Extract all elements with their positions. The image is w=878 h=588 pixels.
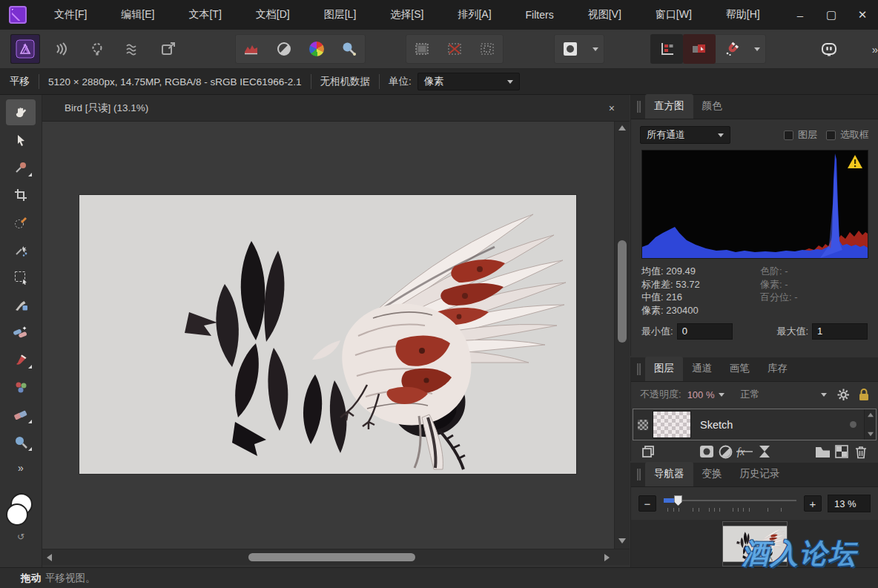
adjustment-layer-button[interactable] <box>716 443 736 460</box>
panel-grip[interactable] <box>637 469 641 480</box>
menu-view[interactable]: 视图[V] <box>571 0 638 30</box>
zoom-slider[interactable] <box>664 495 796 512</box>
document-tab[interactable]: Bird [只读] (13.1%) × <box>42 95 630 121</box>
deselect-button[interactable] <box>438 34 471 64</box>
tab-channels[interactable]: 通道 <box>683 357 721 381</box>
layer-list-scrollbar[interactable] <box>864 409 876 440</box>
menu-document[interactable]: 文档[D] <box>239 0 307 30</box>
menu-layer[interactable]: 图层[L] <box>307 0 374 30</box>
marquee-tool[interactable] <box>6 264 36 290</box>
tab-histogram[interactable]: 直方图 <box>645 94 693 119</box>
move-tool[interactable] <box>6 127 36 153</box>
duplicate-layer-button[interactable] <box>638 443 658 460</box>
flood-select-tool[interactable] <box>6 237 36 262</box>
minimize-button[interactable]: – <box>785 0 816 30</box>
develop-persona-button[interactable] <box>82 34 112 64</box>
scroll-down-arrow[interactable] <box>618 538 626 544</box>
select-all-button[interactable] <box>406 34 438 64</box>
slider-thumb[interactable] <box>674 495 682 506</box>
zoom-in-button[interactable]: + <box>804 495 822 512</box>
zoom-out-button[interactable]: − <box>638 495 656 512</box>
blend-mode-value[interactable]: 正常 <box>741 388 760 401</box>
layer-thumbnail[interactable] <box>653 411 691 438</box>
slider-track[interactable] <box>664 500 796 501</box>
swap-colors-button[interactable]: ↺ <box>17 532 24 542</box>
menu-text[interactable]: 文本[T] <box>171 0 238 30</box>
layer-checkbox[interactable] <box>784 131 793 140</box>
assistant-button[interactable] <box>650 34 683 64</box>
maximize-button[interactable]: ▢ <box>816 0 847 30</box>
close-button[interactable]: ✕ <box>847 0 878 30</box>
layer-visibility-toggle[interactable] <box>850 421 856 428</box>
group-layers-button[interactable] <box>813 443 832 460</box>
blur-tool[interactable] <box>6 429 36 455</box>
panel-grip[interactable] <box>637 101 641 113</box>
menu-window[interactable]: 窗口[W] <box>638 0 709 30</box>
min-input[interactable]: 0 <box>677 323 733 340</box>
color-picker-tool[interactable] <box>6 154 36 180</box>
layers-scroll-up-arrow[interactable] <box>868 413 874 417</box>
vertical-scroll-thumb[interactable] <box>618 240 627 343</box>
layers-scroll-down-arrow[interactable] <box>868 432 874 437</box>
scroll-right-arrow[interactable] <box>604 554 610 561</box>
tab-history[interactable]: 历史记录 <box>731 462 789 486</box>
lock-icon[interactable] <box>859 389 869 401</box>
canvas-viewport[interactable] <box>42 122 614 549</box>
blend-chevron-icon[interactable] <box>821 393 827 397</box>
crop-tool[interactable] <box>6 182 36 208</box>
tab-navigator[interactable]: 导航器 <box>645 462 693 486</box>
eraser-tool[interactable] <box>6 401 36 427</box>
layer-effects-button[interactable] <box>755 443 774 460</box>
photo-persona-button[interactable] <box>10 34 40 64</box>
menu-filters[interactable]: Filters <box>509 0 571 30</box>
mask-layer-button[interactable] <box>697 443 716 460</box>
layer-mask-button[interactable] <box>832 443 851 460</box>
tab-layers[interactable]: 图层 <box>645 357 683 381</box>
marquee-checkbox[interactable] <box>826 131 836 140</box>
max-input[interactable]: 1 <box>812 323 868 340</box>
healing-brush-tool[interactable] <box>6 319 36 345</box>
vertical-scrollbar[interactable] <box>614 122 630 549</box>
view-mode-button[interactable] <box>554 34 587 64</box>
color-wheel-button[interactable] <box>300 34 333 64</box>
menu-select[interactable]: 选择[S] <box>373 0 440 30</box>
adjustment-button[interactable] <box>268 34 300 64</box>
zoom-value-field[interactable]: 13 % <box>828 495 871 512</box>
panel-grip[interactable] <box>637 363 641 375</box>
tab-close-icon[interactable]: × <box>603 102 621 114</box>
brush-settings-button[interactable] <box>333 34 366 64</box>
menu-help[interactable]: 帮助[H] <box>709 0 777 30</box>
menu-file[interactable]: 文件[F] <box>37 0 104 30</box>
histogram-warning-icon[interactable] <box>847 154 863 169</box>
menu-edit[interactable]: 编辑[E] <box>104 0 171 30</box>
snapping-dropdown[interactable] <box>748 34 766 64</box>
delete-layer-button[interactable] <box>851 443 871 460</box>
liquify-persona-button[interactable] <box>46 34 76 64</box>
unit-dropdown[interactable]: 像素 <box>417 73 520 90</box>
levels-button[interactable] <box>235 34 268 64</box>
scroll-left-arrow[interactable] <box>47 554 52 561</box>
gear-icon[interactable] <box>837 389 850 401</box>
horizontal-scroll-thumb[interactable] <box>248 553 415 561</box>
selection-brush-tool[interactable] <box>6 209 36 235</box>
robot-assistant-button[interactable] <box>813 34 843 64</box>
magnet-snap-button[interactable] <box>716 34 748 64</box>
fill-color-well[interactable] <box>6 503 28 526</box>
toolbar-overflow-button[interactable]: » <box>872 43 878 56</box>
tab-color[interactable]: 颜色 <box>693 94 731 119</box>
scroll-up-arrow[interactable] <box>618 125 626 131</box>
tab-brushes[interactable]: 画笔 <box>721 357 759 381</box>
live-filter-button[interactable]: fx <box>736 443 755 460</box>
export-persona-button[interactable] <box>154 34 183 64</box>
opacity-value[interactable]: 100 % <box>687 389 715 400</box>
tab-transform[interactable]: 变换 <box>693 462 731 486</box>
palette-expander[interactable]: » <box>18 462 24 474</box>
view-mode-dropdown[interactable] <box>587 34 604 64</box>
tone-mapping-persona-button[interactable] <box>118 34 148 64</box>
paint-brush-tool[interactable] <box>6 346 36 372</box>
layer-row-sketch[interactable]: Sketch <box>633 409 877 440</box>
tab-stock[interactable]: 库存 <box>759 357 796 381</box>
chevron-down-icon[interactable] <box>719 393 724 397</box>
undo-brush-tool[interactable] <box>6 291 36 317</box>
invert-selection-button[interactable] <box>471 34 504 64</box>
